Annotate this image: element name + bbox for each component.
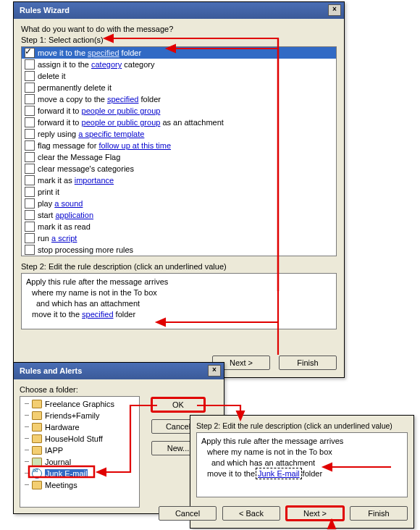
question-text: What do you want to do with the message? xyxy=(21,25,337,33)
tree-item[interactable]: Junk E-mail xyxy=(22,468,138,479)
checkbox[interactable] xyxy=(25,198,35,209)
action-row[interactable]: start application xyxy=(22,209,336,221)
checkbox[interactable] xyxy=(25,129,35,139)
action-link[interactable]: people or public group xyxy=(82,118,161,127)
checkbox[interactable] xyxy=(25,245,35,255)
actions-list[interactable]: move it to the specified folderassign it… xyxy=(21,46,337,256)
titlebar: Rules Wizard × xyxy=(14,2,344,19)
tree-item[interactable]: Meetings xyxy=(22,479,138,491)
action-row[interactable]: clear message's categories xyxy=(22,163,336,174)
action-row[interactable]: mark it as read xyxy=(22,221,336,232)
action-row[interactable]: print it xyxy=(22,186,336,198)
checkbox[interactable] xyxy=(25,71,35,81)
folder-icon xyxy=(32,400,42,408)
window-title: Rules Wizard xyxy=(20,6,70,14)
checkbox[interactable] xyxy=(25,140,35,151)
action-row[interactable]: stop processing more rules xyxy=(22,244,336,256)
action-link[interactable]: specified xyxy=(88,49,119,57)
action-text: play a sound xyxy=(38,199,83,208)
action-row[interactable]: flag message for follow up at this time xyxy=(22,140,336,151)
back-button[interactable]: < Back xyxy=(222,506,280,521)
action-link[interactable]: a script xyxy=(51,234,77,243)
checkbox[interactable] xyxy=(25,233,35,243)
folder-tree[interactable]: Freelance GraphicsFriends+FamilyHardware… xyxy=(20,396,140,508)
folder-label: Freelance Graphics xyxy=(45,400,114,408)
folder-icon xyxy=(32,411,42,420)
action-link[interactable]: specified xyxy=(107,95,138,104)
action-row[interactable]: delete it xyxy=(22,70,336,82)
checkbox[interactable] xyxy=(25,59,35,70)
folder-label: Hardware xyxy=(45,423,80,432)
folder-label: Junk E-mail xyxy=(45,469,88,478)
action-text: assign it to the category category xyxy=(38,60,154,69)
checkbox[interactable] xyxy=(25,152,35,162)
checkbox[interactable] xyxy=(25,222,35,232)
action-row[interactable]: reply using a specific template xyxy=(22,128,336,140)
checkbox[interactable] xyxy=(25,164,35,174)
step2-result-panel: Step 2: Edit the rule description (click… xyxy=(190,415,414,529)
folder-icon xyxy=(32,481,42,489)
tree-item[interactable]: Freelance Graphics xyxy=(22,398,138,410)
description-box: Apply this rule after the message arrive… xyxy=(21,273,337,329)
specified-link[interactable]: specified xyxy=(82,310,113,319)
checkbox[interactable] xyxy=(25,210,35,220)
tree-item[interactable]: Hardware xyxy=(22,421,138,433)
action-text: mark it as importance xyxy=(38,176,114,185)
action-row[interactable]: forward it to people or public group xyxy=(22,105,336,117)
action-text: forward it to people or public group as … xyxy=(38,118,224,127)
action-row[interactable]: clear the Message Flag xyxy=(22,151,336,163)
folder-label: Friends+Family xyxy=(45,411,100,420)
tree-item[interactable]: Friends+Family xyxy=(22,410,138,421)
step1-label: Step 1: Select action(s) xyxy=(21,35,337,44)
desc-line: Apply this rule after the message arrive… xyxy=(201,436,403,447)
junk-email-link[interactable]: Junk E-mail xyxy=(257,469,300,478)
action-link[interactable]: application xyxy=(55,211,93,219)
checkbox[interactable] xyxy=(25,117,35,127)
action-link[interactable]: a specific template xyxy=(78,130,144,138)
checkbox[interactable] xyxy=(25,175,35,185)
action-link[interactable]: people or public group xyxy=(82,106,161,115)
choose-folder-label: Choose a folder: xyxy=(20,385,218,394)
action-text: run a script xyxy=(38,234,77,243)
action-row[interactable]: move a copy to the specified folder xyxy=(22,93,336,105)
action-text: move it to the specified folder xyxy=(38,49,141,57)
action-link[interactable]: a sound xyxy=(54,199,83,208)
action-row[interactable]: assign it to the category category xyxy=(22,59,336,70)
close-icon[interactable]: × xyxy=(208,365,221,377)
action-link[interactable]: category xyxy=(91,60,122,69)
action-text: clear the Message Flag xyxy=(38,153,120,161)
finish-button[interactable]: Finish xyxy=(279,356,337,370)
action-row[interactable]: move it to the specified folder xyxy=(22,47,336,59)
checkbox[interactable] xyxy=(25,83,35,93)
checkbox[interactable] xyxy=(25,106,35,116)
cancel-button[interactable]: Cancel xyxy=(159,506,217,521)
checkbox[interactable] xyxy=(25,187,35,197)
close-icon[interactable]: × xyxy=(328,4,341,16)
action-row[interactable]: run a script xyxy=(22,232,336,244)
folder-icon xyxy=(32,434,42,443)
action-link[interactable]: follow up at this time xyxy=(98,141,171,150)
journal-icon xyxy=(32,458,42,466)
description-box-2: Apply this rule after the message arrive… xyxy=(196,432,408,497)
tree-item[interactable]: HouseHold Stuff xyxy=(22,433,138,445)
next-button[interactable]: Next > xyxy=(286,506,344,521)
action-row[interactable]: forward it to people or public group as … xyxy=(22,117,336,128)
step2-header: Step 2: Edit the rule description (click… xyxy=(196,421,408,430)
action-text: stop processing more rules xyxy=(38,245,133,254)
checkbox[interactable] xyxy=(25,94,35,104)
ok-button[interactable]: OK xyxy=(151,398,205,412)
action-text: delete it xyxy=(38,72,66,80)
finish-button[interactable]: Finish xyxy=(350,506,408,521)
desc-line: move it to the Junk E-mail folder xyxy=(201,468,403,479)
action-link[interactable]: importance xyxy=(75,176,114,185)
action-row[interactable]: permanently delete it xyxy=(22,82,336,93)
action-text: mark it as read xyxy=(38,222,91,231)
desc-line: Apply this rule after the message arrive… xyxy=(26,277,332,287)
tree-item[interactable]: Journal xyxy=(22,456,138,468)
action-text: start application xyxy=(38,211,93,219)
action-text: forward it to people or public group xyxy=(38,106,160,115)
action-row[interactable]: mark it as importance xyxy=(22,174,336,186)
action-row[interactable]: play a sound xyxy=(22,198,336,209)
tree-item[interactable]: IAPP xyxy=(22,445,138,456)
checkbox[interactable] xyxy=(25,48,35,58)
